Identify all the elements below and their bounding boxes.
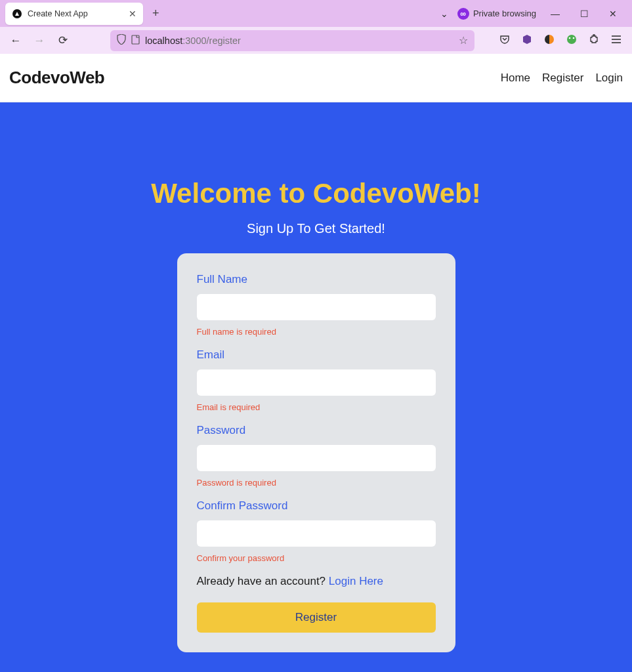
subtitle: Sign Up To Get Started! xyxy=(247,221,385,236)
nav-links: Home Register Login xyxy=(501,72,623,85)
new-tab-button[interactable]: + xyxy=(148,7,163,20)
register-card: Full Name Full name is required Email Em… xyxy=(177,253,455,652)
email-error: Email is required xyxy=(197,402,436,412)
url-host: localhost xyxy=(145,35,182,46)
field-fullname: Full Name Full name is required xyxy=(197,273,436,337)
page-viewport: CodevoWeb Home Register Login Welcome to… xyxy=(0,54,632,672)
svg-rect-1 xyxy=(132,35,139,44)
nav-reload-icon[interactable]: ⟳ xyxy=(54,33,72,47)
app-menu-icon[interactable] xyxy=(611,35,621,47)
login-here-link[interactable]: Login Here xyxy=(329,575,383,587)
tab-close-icon[interactable]: ✕ xyxy=(129,9,137,19)
register-button[interactable]: Register xyxy=(197,602,436,633)
site-header: CodevoWeb Home Register Login xyxy=(0,54,632,102)
fullname-label: Full Name xyxy=(197,273,436,286)
nav-back-icon[interactable]: ← xyxy=(7,34,25,47)
window-minimize-icon[interactable]: — xyxy=(545,9,565,19)
tab-bar: Create Next App ✕ + ⌄ Private browsing —… xyxy=(0,0,632,27)
password-label: Password xyxy=(197,424,436,437)
ext-green-icon[interactable] xyxy=(566,34,577,47)
svg-point-5 xyxy=(573,37,575,39)
address-bar[interactable]: localhost:3000/register ☆ xyxy=(110,30,474,51)
window-close-icon[interactable]: ✕ xyxy=(603,9,623,19)
mask-icon xyxy=(457,8,469,20)
login-prompt-text: Already have an account? xyxy=(197,575,329,587)
browser-toolbar: ← → ⟳ localhost:3000/register ☆ xyxy=(0,27,632,54)
field-password: Password Password is required xyxy=(197,424,436,488)
nav-home[interactable]: Home xyxy=(501,72,530,85)
window-maximize-icon[interactable]: ☐ xyxy=(574,9,594,19)
nav-register[interactable]: Register xyxy=(542,72,583,85)
ext-purple-icon[interactable] xyxy=(522,34,532,47)
password-error: Password is required xyxy=(197,478,436,488)
url-path: :3000/register xyxy=(182,35,241,46)
private-browsing-label: Private browsing xyxy=(473,9,536,18)
hero-section: Welcome to CodevoWeb! Sign Up To Get Sta… xyxy=(0,102,632,672)
browser-tab[interactable]: Create Next App ✕ xyxy=(5,3,143,25)
shield-icon[interactable] xyxy=(117,34,126,47)
password-input[interactable] xyxy=(197,445,436,471)
email-input[interactable] xyxy=(197,369,436,396)
fullname-input[interactable] xyxy=(197,294,436,320)
confirm-input[interactable] xyxy=(197,520,436,547)
tab-favicon-icon xyxy=(12,9,22,19)
ext-orange-icon[interactable] xyxy=(544,34,555,47)
login-prompt: Already have an account? Login Here xyxy=(197,575,436,588)
pocket-icon[interactable] xyxy=(499,34,510,47)
welcome-title: Welcome to CodevoWeb! xyxy=(151,178,481,209)
private-browsing-badge: Private browsing xyxy=(457,8,536,20)
nav-forward-icon[interactable]: → xyxy=(30,34,49,47)
email-label: Email xyxy=(197,348,436,362)
site-logo[interactable]: CodevoWeb xyxy=(9,68,104,88)
tab-title: Create Next App xyxy=(28,9,123,18)
tab-list-chevron-icon[interactable]: ⌄ xyxy=(440,9,448,19)
bookmark-star-icon[interactable]: ☆ xyxy=(459,34,468,47)
extensions-icon[interactable] xyxy=(589,34,599,47)
field-email: Email Email is required xyxy=(197,348,436,412)
nav-login[interactable]: Login xyxy=(595,72,623,85)
svg-point-3 xyxy=(567,35,576,44)
confirm-error: Confirm your password xyxy=(197,553,436,563)
field-confirm: Confirm Password Confirm your password xyxy=(197,499,436,563)
url-text: localhost:3000/register xyxy=(145,35,453,46)
page-info-icon[interactable] xyxy=(131,35,140,47)
confirm-label: Confirm Password xyxy=(197,499,436,513)
browser-chrome: Create Next App ✕ + ⌄ Private browsing —… xyxy=(0,0,632,54)
fullname-error: Full name is required xyxy=(197,327,436,337)
svg-point-4 xyxy=(569,37,571,39)
